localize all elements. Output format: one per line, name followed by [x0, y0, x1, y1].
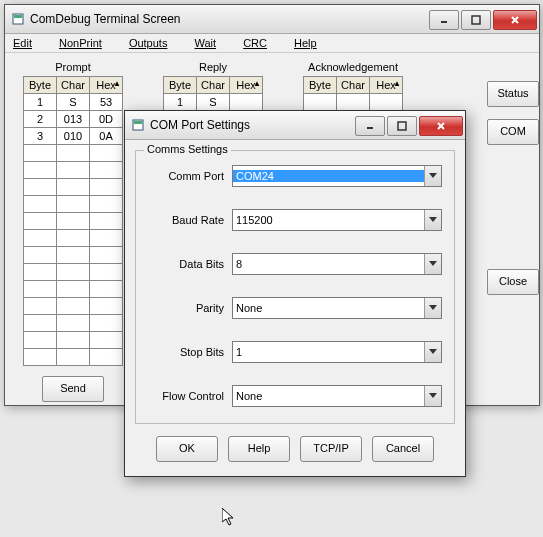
- svg-marker-13: [429, 217, 437, 222]
- chevron-down-icon[interactable]: [424, 210, 441, 230]
- dialog-buttons: OK Help TCP/IP Cancel: [125, 428, 465, 476]
- reply-table[interactable]: Byte Char Hex▲ 1S: [163, 76, 263, 111]
- ok-button[interactable]: OK: [156, 436, 218, 462]
- databits-value: 8: [233, 258, 424, 270]
- parity-value: None: [233, 302, 424, 314]
- commport-value: COM24: [233, 170, 424, 182]
- svg-marker-17: [429, 393, 437, 398]
- flowctrl-value: None: [233, 390, 424, 402]
- table-row[interactable]: 1S: [164, 94, 263, 111]
- menu-help[interactable]: Help: [294, 37, 329, 49]
- com-button[interactable]: COM: [487, 119, 539, 145]
- flowctrl-label: Flow Control: [148, 390, 232, 402]
- table-row[interactable]: [24, 332, 123, 349]
- ack-label: Acknowledgement: [308, 61, 398, 73]
- baudrate-value: 115200: [233, 214, 424, 226]
- table-row[interactable]: [24, 145, 123, 162]
- parity-combo[interactable]: None: [232, 297, 442, 319]
- tcpip-button[interactable]: TCP/IP: [300, 436, 362, 462]
- col-byte[interactable]: Byte: [164, 77, 197, 94]
- dialog-maximize-button[interactable]: [387, 116, 417, 136]
- dialog-close-button[interactable]: [419, 116, 463, 136]
- baudrate-label: Baud Rate: [148, 214, 232, 226]
- dialog-titlebar: COM Port Settings: [125, 111, 465, 140]
- svg-rect-9: [398, 122, 406, 130]
- com-port-dialog: COM Port Settings Comms Settings Comm Po…: [124, 110, 466, 477]
- col-byte[interactable]: Byte: [304, 77, 337, 94]
- col-char[interactable]: Char: [197, 77, 230, 94]
- databits-label: Data Bits: [148, 258, 232, 270]
- dialog-icon: [131, 118, 145, 132]
- chevron-down-icon[interactable]: [424, 342, 441, 362]
- minimize-button[interactable]: [429, 10, 459, 30]
- menu-outputs[interactable]: Outputs: [129, 37, 180, 49]
- table-row[interactable]: [24, 264, 123, 281]
- stopbits-combo[interactable]: 1: [232, 341, 442, 363]
- col-char[interactable]: Char: [57, 77, 90, 94]
- commport-combo[interactable]: COM24: [232, 165, 442, 187]
- svg-rect-1: [14, 15, 22, 18]
- col-hex[interactable]: Hex▲: [370, 77, 403, 94]
- databits-combo[interactable]: 8: [232, 253, 442, 275]
- help-button[interactable]: Help: [228, 436, 290, 462]
- prompt-label: Prompt: [55, 61, 90, 73]
- menubar: Edit NonPrint Outputs Wait CRC Help: [5, 34, 539, 53]
- svg-marker-15: [429, 305, 437, 310]
- stopbits-value: 1: [233, 346, 424, 358]
- menu-crc[interactable]: CRC: [243, 37, 279, 49]
- prompt-table[interactable]: Byte Char Hex▲ 1S53 20130D 30100A: [23, 76, 123, 366]
- parity-label: Parity: [148, 302, 232, 314]
- svg-rect-3: [472, 16, 480, 24]
- col-byte[interactable]: Byte: [24, 77, 57, 94]
- svg-marker-18: [222, 508, 233, 525]
- chevron-down-icon[interactable]: [424, 298, 441, 318]
- table-row[interactable]: [24, 230, 123, 247]
- table-row[interactable]: [24, 179, 123, 196]
- svg-rect-7: [134, 121, 142, 124]
- table-row[interactable]: [24, 162, 123, 179]
- group-legend: Comms Settings: [144, 143, 231, 155]
- table-row[interactable]: [24, 315, 123, 332]
- app-icon: [11, 12, 25, 26]
- table-row[interactable]: [24, 298, 123, 315]
- table-row[interactable]: [24, 349, 123, 366]
- table-row[interactable]: [304, 94, 403, 111]
- mainclose-button[interactable]: Close: [487, 269, 539, 295]
- svg-marker-12: [429, 173, 437, 178]
- menu-wait[interactable]: Wait: [194, 37, 228, 49]
- col-hex[interactable]: Hex▲: [230, 77, 263, 94]
- comms-settings-group: Comms Settings Comm Port COM24 Baud Rate…: [135, 150, 455, 424]
- reply-label: Reply: [199, 61, 227, 73]
- table-row[interactable]: [24, 281, 123, 298]
- table-row[interactable]: 20130D: [24, 111, 123, 128]
- col-char[interactable]: Char: [337, 77, 370, 94]
- dialog-title: COM Port Settings: [150, 118, 355, 132]
- table-row[interactable]: [24, 213, 123, 230]
- svg-marker-16: [429, 349, 437, 354]
- status-button[interactable]: Status: [487, 81, 539, 107]
- table-row[interactable]: [24, 196, 123, 213]
- ack-table[interactable]: Byte Char Hex▲: [303, 76, 403, 111]
- baudrate-combo[interactable]: 115200: [232, 209, 442, 231]
- chevron-down-icon[interactable]: [424, 386, 441, 406]
- menu-nonprint[interactable]: NonPrint: [59, 37, 114, 49]
- maximize-button[interactable]: [461, 10, 491, 30]
- stopbits-label: Stop Bits: [148, 346, 232, 358]
- menu-edit[interactable]: Edit: [13, 37, 44, 49]
- flowctrl-combo[interactable]: None: [232, 385, 442, 407]
- prompt-section: Prompt Byte Char Hex▲ 1S53 20130D 30100A: [23, 61, 123, 402]
- cancel-button[interactable]: Cancel: [372, 436, 434, 462]
- table-row[interactable]: [24, 247, 123, 264]
- dialog-minimize-button[interactable]: [355, 116, 385, 136]
- table-row[interactable]: 30100A: [24, 128, 123, 145]
- close-button[interactable]: [493, 10, 537, 30]
- svg-marker-14: [429, 261, 437, 266]
- chevron-down-icon[interactable]: [424, 166, 441, 186]
- send-button[interactable]: Send: [42, 376, 104, 402]
- commport-label: Comm Port: [148, 170, 232, 182]
- cursor-icon: [222, 508, 238, 530]
- table-row[interactable]: 1S53: [24, 94, 123, 111]
- col-hex[interactable]: Hex▲: [90, 77, 123, 94]
- chevron-down-icon[interactable]: [424, 254, 441, 274]
- main-title: ComDebug Terminal Screen: [30, 12, 429, 26]
